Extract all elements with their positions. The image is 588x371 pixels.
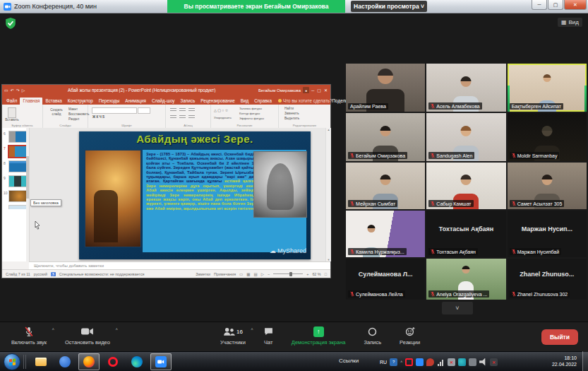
minimize-button[interactable]: ─ <box>532 0 547 10</box>
comments-toggle[interactable]: Примечания <box>214 272 236 276</box>
opera-tray-icon[interactable] <box>405 358 413 366</box>
tab-design[interactable]: Конструктор <box>65 98 96 105</box>
firefox-taskbar-icon[interactable] <box>78 353 100 370</box>
participant-tile[interactable]: Маржан Нусип... Маржан Нусипбай <box>508 211 587 257</box>
unmute-button[interactable]: Включить звук ˄ <box>11 326 47 346</box>
tray-expand-chevron[interactable]: ˄ <box>400 360 402 364</box>
zoom-out-icon[interactable]: − <box>268 272 270 276</box>
undo-icon[interactable]: ↶ <box>11 88 14 93</box>
sorter-view-icon[interactable]: ▦ <box>246 272 250 276</box>
thumbnail-slide-11[interactable]: 11 <box>8 205 26 209</box>
zoom-tray-icon[interactable] <box>416 358 424 366</box>
font-style-buttons[interactable]: Ж К Ч S <box>92 115 104 119</box>
font-size-box[interactable] <box>138 107 150 114</box>
ppt-maximize-button[interactable]: ▢ <box>317 88 321 93</box>
help-tray-icon[interactable]: ? <box>390 358 397 366</box>
clock[interactable]: 18:10 22.04.2022 <box>552 355 577 367</box>
thumbnail-slide-7[interactable]: 7 <box>8 146 26 158</box>
reset-button[interactable]: Восстановить <box>68 112 89 117</box>
notes-toggle[interactable]: Заметки <box>196 272 210 276</box>
tab-view[interactable]: Вид <box>238 98 251 105</box>
participants-button[interactable]: 16 Участники ˄ <box>220 326 246 346</box>
participant-tile[interactable]: Sandugash Alen <box>426 113 505 161</box>
tab-file[interactable]: Файл <box>4 98 20 105</box>
thumbnail-slide-10[interactable]: 10 <box>8 190 26 202</box>
tab-insert[interactable]: Вставка <box>42 98 64 105</box>
thumbnail-scrollbar[interactable] <box>26 128 29 261</box>
shape-effects-button[interactable]: Эффекты фигуры <box>239 117 264 121</box>
tab-transitions[interactable]: Переходы <box>96 98 123 105</box>
shape-fill-button[interactable]: Заливка фигуры <box>239 107 262 111</box>
shapes-gallery[interactable]: △ ▢ ○ ☆ <box>214 109 228 113</box>
replace-button[interactable]: Заменить <box>284 112 299 116</box>
reactions-button[interactable]: Реакции <box>400 326 420 346</box>
notes-pane[interactable]: Щелкните, чтобы добавить заметки <box>29 261 330 269</box>
tab-help[interactable]: Справка <box>251 98 275 105</box>
normal-view-icon[interactable]: ▭ <box>239 272 243 276</box>
slideshow-view-icon[interactable]: ▷ <box>261 272 264 276</box>
participant-tile[interactable]: Арайлим Раева <box>346 64 425 112</box>
app2-tray-icon[interactable] <box>458 358 466 366</box>
ppt-minimize-button[interactable]: ─ <box>311 88 314 93</box>
font-name-box[interactable] <box>92 107 137 114</box>
redo-icon[interactable]: ↷ <box>16 88 20 93</box>
signal-tray-icon[interactable] <box>437 358 445 366</box>
tell-me-box[interactable]: Что вы хотите сделать? <box>278 98 332 105</box>
view-mode-button[interactable]: ▦ Вид <box>558 18 582 27</box>
section-button[interactable]: Раздел <box>68 117 79 122</box>
app4-tray-icon[interactable]: ✕ <box>490 358 498 366</box>
chat-button[interactable]: Чат <box>264 326 273 346</box>
tab-slideshow[interactable]: Слайд-шоу <box>149 98 178 105</box>
participant-tile[interactable]: Moldir Sarmanbay <box>508 113 587 161</box>
view-settings-dropdown[interactable]: Настройки просмотра ˅ <box>351 1 427 12</box>
new-slide-button[interactable]: Создать слайд <box>46 108 67 116</box>
app3-tray-icon[interactable] <box>469 358 476 366</box>
zoom-in-icon[interactable]: + <box>306 272 308 276</box>
participant-tile[interactable]: Асель Алмабекова <box>426 64 505 112</box>
tab-review[interactable]: Рецензирование <box>198 98 238 105</box>
find-button[interactable]: Найти <box>284 107 294 111</box>
thumbnail-slide-8[interactable]: 8 <box>8 160 26 172</box>
start-button[interactable] <box>4 353 20 370</box>
stop-video-button[interactable]: Остановить видео ˄ <box>65 326 110 346</box>
participant-tile[interactable]: Anelya Orazgaliyeva ... <box>426 259 505 300</box>
save-icon[interactable]: ▭ <box>4 88 8 93</box>
video-options-chevron[interactable]: ˄ <box>115 327 118 331</box>
participant-tile-active-speaker[interactable]: Бақтыберген Айсипат <box>508 64 587 112</box>
layout-button[interactable]: Макет <box>68 107 78 112</box>
participant-tile[interactable]: Тохтасын Ақбаян Тохтасын Ақбаян <box>426 211 505 257</box>
tab-animations[interactable]: Анимация <box>122 98 149 105</box>
opera-taskbar-icon[interactable] <box>102 353 124 370</box>
user-avatar[interactable]: ● <box>303 87 309 93</box>
edge-taskbar-icon[interactable] <box>126 353 148 370</box>
zoom-taskbar-icon[interactable] <box>150 353 172 370</box>
ppt-close-button[interactable]: ✕ <box>324 88 328 93</box>
arrange-button[interactable]: Упорядочить <box>214 116 232 120</box>
thumbnail-slide-6[interactable]: 6 <box>8 131 26 143</box>
participant-tile[interactable]: Сулейманова Л... Сулейманова Лейла <box>346 259 425 300</box>
thunderbird-taskbar-icon[interactable] <box>54 353 76 370</box>
maximize-button[interactable]: ▢ <box>548 0 563 10</box>
participant-tile[interactable]: Zhanel Zhunuso... Zhanel Zhunusova 302 <box>508 259 587 300</box>
current-slide[interactable]: Абайдың әжесі Зере. Зере - (1785 – 1873)… <box>79 131 311 259</box>
links-toolbar[interactable]: Ссылки <box>339 358 359 364</box>
tab-record[interactable]: Запись <box>178 98 198 105</box>
participants-chevron[interactable]: ˄ <box>251 327 253 331</box>
volume-tray-icon[interactable] <box>479 358 487 366</box>
show-desktop-button[interactable] <box>582 351 588 371</box>
more-participants-button[interactable]: ˅ <box>442 302 473 314</box>
participant-tile[interactable]: Мейрхан Сымбат <box>346 163 425 209</box>
zoom-slider[interactable] <box>273 273 303 274</box>
security-shield-icon[interactable] <box>6 18 16 29</box>
language-indicator[interactable]: RU <box>380 360 387 365</box>
participant-tile[interactable]: Самет Асылзат 305 <box>508 163 587 209</box>
reading-view-icon[interactable]: ▤ <box>254 272 258 276</box>
tab-home[interactable]: Главная <box>20 98 42 105</box>
participant-tile[interactable]: Сабыр Камшат <box>426 163 505 209</box>
fit-slide-icon[interactable]: □ <box>325 272 327 276</box>
audio-options-chevron[interactable]: ˄ <box>52 327 55 331</box>
participant-tile[interactable]: Бегайым Омирзакова <box>346 113 425 161</box>
leave-button[interactable]: Выйти <box>541 329 578 345</box>
share-screen-button[interactable]: ↑ Демонстрация экрана <box>292 326 346 346</box>
paste-button[interactable]: Вставить <box>4 118 20 122</box>
